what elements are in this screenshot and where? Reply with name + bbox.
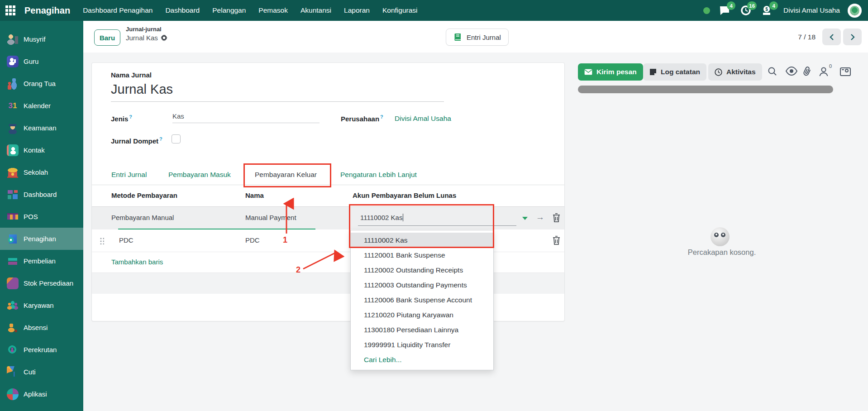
pager-next-button[interactable]: [843, 29, 862, 45]
payments-icon[interactable]: $ 4: [760, 4, 774, 17]
sidebar-item-karyawan[interactable]: Karyawan: [0, 294, 83, 316]
breadcrumb: Jurnal-jurnal Jurnal Kas: [126, 25, 167, 43]
empty-chat-smiley-icon: [711, 227, 730, 246]
sidebar-item-musyrif[interactable]: Musyrif: [0, 28, 83, 50]
pager-previous-button[interactable]: [822, 29, 841, 45]
dropdown-option[interactable]: 11210020 Piutang Karyawan: [351, 307, 493, 322]
column-header-nama[interactable]: Nama: [245, 191, 264, 199]
sidebar-item-perekrutan[interactable]: Perekrutan: [0, 339, 83, 361]
metode-cell[interactable]: PDC: [119, 236, 134, 244]
nama-cell[interactable]: PDC: [245, 236, 260, 244]
journal-name-input[interactable]: Jurnal Kas: [111, 82, 444, 102]
send-message-button[interactable]: Kirim pesan: [578, 63, 643, 81]
sidebar-item-partial[interactable]: [0, 405, 83, 411]
sidebar-item-dashboard[interactable]: Dashboard: [0, 183, 83, 206]
dropdown-option[interactable]: 11120006 Bank Suspense Account: [351, 292, 493, 307]
dropdown-option[interactable]: 11120003 Outstanding Payments: [351, 277, 493, 292]
tab-pengaturan-lebih-lanjut[interactable]: Pengaturan Lebih Lanjut: [340, 171, 417, 179]
dropdown-option[interactable]: 11120002 Outstanding Receipts: [351, 263, 493, 277]
sidebar-item-absensi[interactable]: Absensi: [0, 316, 83, 339]
apps-icon: [7, 388, 19, 400]
gear-icon[interactable]: [161, 34, 167, 41]
metode-cell[interactable]: Pembayaran Manual: [111, 214, 174, 221]
breadcrumb-parent[interactable]: Jurnal-jurnal: [126, 25, 167, 33]
perusahaan-link[interactable]: Divisi Amal Usaha: [395, 115, 451, 123]
sidebar-item-aplikasi[interactable]: Aplikasi: [0, 383, 83, 405]
app-window: Penagihan Dashboard Penagihan Dashboard …: [0, 0, 868, 411]
inventory-icon: [7, 277, 19, 289]
horizontal-scrollbar-thumb[interactable]: [578, 86, 833, 93]
payments-badge: 4: [769, 1, 778, 10]
menu-akuntansi[interactable]: Akuntansi: [300, 6, 331, 14]
column-header-akun[interactable]: Akun Pembayaran Belum Lunas: [353, 191, 456, 199]
menu-pemasok[interactable]: Pemasok: [258, 6, 288, 14]
pager-count: 7 / 18: [798, 33, 816, 41]
sidebar-item-label: Aplikasi: [24, 390, 47, 398]
sidebar-item-orang-tua[interactable]: Orang Tua: [0, 72, 83, 95]
dropdown-option[interactable]: 11300180 Persediaan Lainnya: [351, 322, 493, 337]
activity-clock-icon[interactable]: 16: [739, 4, 753, 17]
search-icon[interactable]: [768, 67, 777, 76]
sidebar: Musyrif Guru Orang Tua 31Kalender Keaman…: [0, 21, 83, 411]
nama-cell[interactable]: Manual Payment: [245, 214, 296, 221]
log-note-button[interactable]: Log catatan: [643, 63, 706, 81]
jurnal-dompet-checkbox[interactable]: [172, 134, 181, 143]
sidebar-item-kontak[interactable]: Kontak: [0, 139, 83, 161]
add-line-link[interactable]: Tambahkan baris: [111, 258, 163, 266]
column-header-metode[interactable]: Metode Pembayaran: [111, 191, 177, 199]
sidebar-item-keamanan[interactable]: Keamanan: [0, 117, 83, 139]
dropdown-option[interactable]: 11120001 Bank Suspense: [351, 248, 493, 263]
messages-icon[interactable]: 4: [718, 4, 731, 17]
followers-icon[interactable]: [819, 67, 829, 76]
app-title[interactable]: Penagihan: [24, 5, 70, 16]
sidebar-item-sekolah[interactable]: Sekolah: [0, 161, 83, 183]
school-icon: [7, 167, 19, 178]
attendance-icon: [7, 322, 19, 334]
entri-jurnal-button[interactable]: Entri Jurnal: [446, 29, 509, 46]
envelope-icon: [584, 69, 592, 75]
sidebar-item-pos[interactable]: POS: [0, 206, 83, 228]
internal-link-arrow-icon[interactable]: →: [536, 212, 544, 222]
delete-row-icon[interactable]: [553, 213, 560, 222]
musyrif-icon: [7, 33, 19, 45]
dropdown-option[interactable]: 19999991 Liquidity Transfer: [351, 337, 493, 352]
text-cursor: [403, 214, 403, 221]
paperclip-icon[interactable]: [803, 67, 812, 76]
dropdown-caret-icon[interactable]: [522, 217, 528, 220]
akun-autocomplete-input[interactable]: 11110002 Kas: [358, 207, 516, 229]
jenis-input[interactable]: Kas: [172, 112, 320, 123]
user-avatar[interactable]: [848, 4, 862, 18]
menu-pelanggan[interactable]: Pelanggan: [212, 6, 246, 14]
help-question-mark: ?: [129, 114, 132, 119]
eye-icon[interactable]: [786, 67, 797, 76]
menu-konfigurasi[interactable]: Konfigurasi: [382, 6, 418, 14]
drag-handle-icon[interactable]: [100, 238, 104, 244]
sidebar-item-stok-persediaan[interactable]: Stok Persediaan: [0, 272, 83, 294]
camera-icon[interactable]: [840, 67, 851, 76]
menu-laporan[interactable]: Laporan: [344, 6, 370, 14]
sidebar-item-guru[interactable]: Guru: [0, 50, 83, 72]
apps-grid-icon[interactable]: [0, 0, 21, 21]
journal-entry-icon: [453, 33, 463, 42]
menu-dashboard[interactable]: Dashboard: [165, 6, 200, 14]
sidebar-item-label: Orang Tua: [24, 80, 56, 87]
menu-dashboard-penagihan[interactable]: Dashboard Penagihan: [83, 6, 153, 14]
main-content: Nama Jurnal Jurnal Kas Jenis? Kas Perusa…: [83, 53, 868, 411]
sidebar-item-label: Karyawan: [24, 301, 54, 309]
sidebar-item-cuti[interactable]: Cuti: [0, 361, 83, 383]
tab-pembayaran-keluar[interactable]: Pembayaran Keluar: [255, 171, 317, 179]
company-switcher[interactable]: Divisi Amal Usaha: [783, 6, 840, 14]
tab-pembayaran-masuk[interactable]: Pembayaran Masuk: [168, 171, 231, 179]
tab-entri-jurnal[interactable]: Entri Jurnal: [111, 171, 147, 179]
sidebar-item-label: Cuti: [24, 368, 36, 376]
sidebar-item-penagihan[interactable]: Penagihan: [0, 228, 83, 250]
sidebar-item-kalender[interactable]: 31Kalender: [0, 95, 83, 117]
activities-button[interactable]: Aktivitas: [708, 63, 762, 81]
sidebar-item-pembelian[interactable]: Pembelian: [0, 250, 83, 272]
record-status-badge[interactable]: Baru: [94, 29, 120, 46]
svg-text:$: $: [765, 7, 768, 12]
pos-icon: [7, 211, 19, 223]
delete-row-icon[interactable]: [553, 236, 560, 245]
dropdown-option[interactable]: 11110002 Kas: [351, 233, 493, 248]
search-more-option[interactable]: Cari Lebih...: [351, 352, 493, 367]
